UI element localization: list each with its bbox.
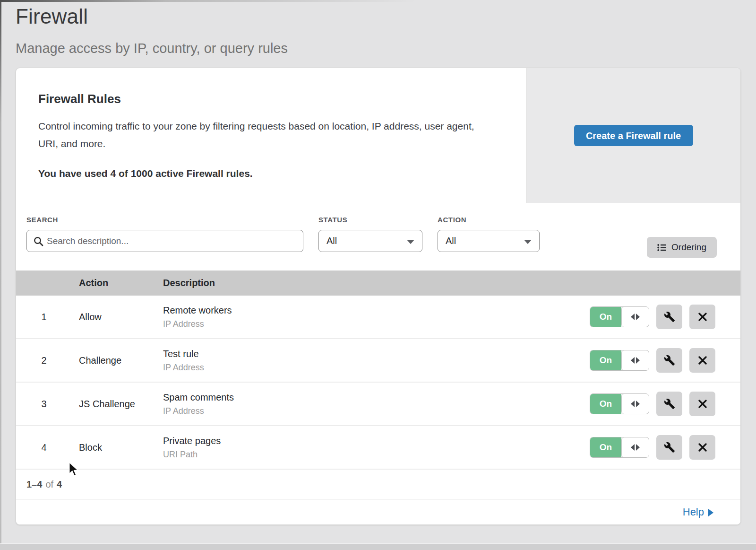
- rule-enabled-toggle[interactable]: On: [590, 306, 649, 327]
- rule-enabled-toggle[interactable]: On: [590, 393, 649, 414]
- section-heading: Firewall Rules: [38, 92, 498, 106]
- status-filter: STATUS All: [318, 216, 422, 252]
- toggle-handle[interactable]: [621, 437, 649, 457]
- section-description: Control incoming traffic to your zone by…: [38, 117, 487, 152]
- action-select[interactable]: All: [438, 230, 540, 252]
- table-row: 3 JS Challenge Spam comments IP Address …: [16, 383, 740, 426]
- rule-action: Allow: [79, 312, 163, 323]
- caret-right-icon: [636, 314, 640, 320]
- page-header: Firewall Manage access by IP, country, o…: [0, 0, 756, 56]
- rule-priority: 2: [16, 355, 79, 366]
- intro-text-block: Firewall Rules Control incoming traffic …: [16, 68, 526, 203]
- table-row: 2 Challenge Test rule IP Address On: [16, 339, 740, 383]
- search-box: [26, 230, 303, 252]
- caret-left-icon: [631, 314, 635, 320]
- x-icon: [698, 399, 707, 409]
- rule-action: JS Challenge: [79, 399, 163, 410]
- card-footer: Help: [16, 499, 740, 524]
- chevron-down-icon: [407, 240, 414, 244]
- action-filter: ACTION All: [438, 216, 540, 252]
- toggle-state-label: On: [590, 350, 621, 370]
- toggle-state-label: On: [590, 307, 621, 327]
- rule-action: Block: [79, 442, 163, 453]
- x-icon: [698, 356, 707, 365]
- rule-action: Challenge: [79, 355, 163, 366]
- toggle-handle[interactable]: [621, 307, 649, 327]
- delete-rule-button[interactable]: [689, 305, 715, 329]
- delete-rule-button[interactable]: [689, 435, 715, 460]
- edit-rule-button[interactable]: [656, 305, 682, 329]
- wrench-icon: [664, 442, 675, 453]
- rule-controls: On: [584, 305, 740, 329]
- table-header: Action Description: [16, 271, 740, 296]
- rule-description: Spam comments: [163, 392, 584, 403]
- rule-match-type: URI Path: [163, 450, 584, 460]
- x-icon: [698, 312, 707, 322]
- caret-right-icon: [636, 357, 640, 364]
- pagination-range: 1–4: [26, 479, 42, 490]
- wrench-icon: [664, 311, 675, 323]
- action-label: ACTION: [438, 216, 540, 224]
- create-firewall-rule-button[interactable]: Create a Firewall rule: [574, 125, 693, 146]
- caret-left-icon: [631, 401, 635, 407]
- intro-action-panel: Create a Firewall rule: [526, 68, 740, 203]
- usage-summary: You have used 4 of 1000 active Firewall …: [38, 168, 498, 179]
- pagination-of: of: [45, 479, 53, 490]
- rule-match-type: IP Address: [163, 319, 584, 329]
- search-label: SEARCH: [26, 216, 303, 224]
- x-icon: [698, 443, 707, 452]
- pagination-total: 4: [57, 479, 62, 490]
- delete-rule-button[interactable]: [689, 392, 715, 416]
- toggle-state-label: On: [590, 437, 621, 457]
- help-link[interactable]: Help: [683, 506, 713, 518]
- rule-controls: On: [584, 348, 740, 373]
- delete-rule-button[interactable]: [689, 348, 715, 373]
- wrench-icon: [664, 355, 675, 366]
- status-select[interactable]: All: [318, 230, 422, 252]
- ordering-button[interactable]: Ordering: [647, 237, 717, 258]
- page-subtitle: Manage access by IP, country, or query r…: [16, 41, 756, 56]
- rule-priority: 3: [16, 399, 79, 410]
- firewall-rules-card: Firewall Rules Control incoming traffic …: [16, 68, 741, 525]
- edit-rule-button[interactable]: [656, 348, 682, 373]
- rule-controls: On: [584, 392, 740, 416]
- toggle-handle[interactable]: [621, 350, 649, 370]
- search-input[interactable]: [47, 231, 299, 251]
- rule-description: Remote workers: [163, 305, 584, 316]
- description-column-header: Description: [163, 278, 584, 288]
- caret-right-icon: [708, 509, 713, 516]
- window-edge-top: [0, 0, 756, 2]
- pagination: 1–4 of 4: [16, 470, 740, 499]
- action-selected-value: All: [446, 236, 456, 246]
- status-selected-value: All: [326, 236, 337, 246]
- page-title: Firewall: [16, 5, 756, 28]
- toggle-state-label: On: [590, 394, 621, 414]
- search-icon: [34, 236, 43, 246]
- edit-rule-button[interactable]: [656, 435, 682, 460]
- intro-section: Firewall Rules Control incoming traffic …: [16, 68, 740, 203]
- window-edge-left: [0, 0, 1, 550]
- window-edge-bottom: [0, 543, 756, 550]
- rule-priority: 4: [16, 442, 79, 453]
- edit-rule-button[interactable]: [656, 392, 682, 416]
- table-row: 4 Block Private pages URI Path On: [16, 426, 740, 470]
- status-label: STATUS: [318, 216, 422, 224]
- filters-bar: SEARCH STATUS All ACTION: [16, 203, 740, 271]
- action-column-header: Action: [79, 278, 163, 288]
- search-filter: SEARCH: [26, 216, 303, 252]
- caret-right-icon: [636, 444, 640, 451]
- rule-match-type: IP Address: [163, 363, 584, 373]
- ordered-list-icon: [657, 244, 666, 252]
- rule-match-type: IP Address: [163, 406, 584, 416]
- caret-right-icon: [636, 401, 640, 407]
- rule-description: Test rule: [163, 349, 584, 359]
- chevron-down-icon: [524, 240, 532, 244]
- rule-controls: On: [584, 435, 740, 460]
- toggle-handle[interactable]: [621, 394, 649, 414]
- caret-left-icon: [631, 357, 635, 364]
- rule-description: Private pages: [163, 436, 584, 446]
- table-row: 1 Allow Remote workers IP Address On: [16, 296, 740, 339]
- caret-left-icon: [631, 444, 635, 451]
- rule-enabled-toggle[interactable]: On: [590, 437, 649, 458]
- rule-enabled-toggle[interactable]: On: [590, 350, 649, 371]
